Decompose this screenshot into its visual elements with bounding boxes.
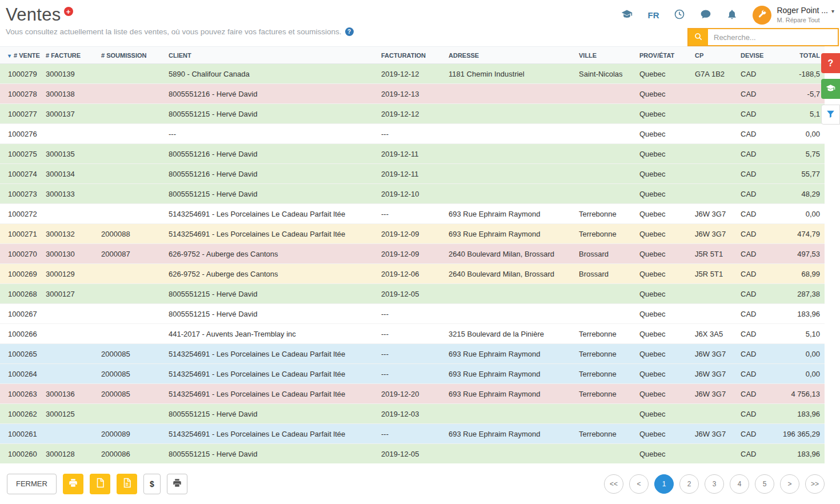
cell-adresse: 3215 Boulevard de la Pinière: [444, 324, 574, 344]
column-header-facturation[interactable]: FACTURATION: [377, 47, 444, 64]
cell-prov: Quebec: [635, 244, 690, 264]
cell-prov: Quebec: [635, 384, 690, 404]
cell-soumission: [97, 164, 164, 184]
academy-button[interactable]: [621, 9, 633, 22]
pagination-current-page[interactable]: 1: [654, 474, 674, 494]
table-row[interactable]: 1000263300013620000855143254691 - Les Po…: [0, 384, 825, 404]
cell-soumission: [97, 184, 164, 204]
column-header-client[interactable]: CLIENT: [164, 47, 377, 64]
cell-ville: Saint-Nicolas: [574, 64, 635, 84]
cell-devise: CAD: [736, 204, 776, 224]
quote-pdf-button[interactable]: [117, 474, 137, 494]
pagination-button[interactable]: 4: [730, 474, 749, 494]
cell-devise: CAD: [736, 424, 776, 444]
pagination: <<<12345>>>: [604, 474, 825, 494]
cell-soumission: 2000089: [97, 424, 164, 444]
cell-facturation: ---: [377, 204, 444, 224]
search-input[interactable]: [708, 29, 838, 45]
support-button[interactable]: ?: [821, 53, 840, 73]
table-row[interactable]: 10002725143254691 - Les Porcelaines Le C…: [0, 204, 825, 224]
history-button[interactable]: [674, 9, 685, 22]
table-row[interactable]: 1000276------QuebecCAD0,00: [0, 124, 825, 144]
table-row[interactable]: 100027430001348005551216 - Hervé David20…: [0, 164, 825, 184]
pagination-button[interactable]: 5: [755, 474, 774, 494]
print-button[interactable]: [63, 474, 83, 494]
column-header-total[interactable]: TOTAL: [776, 47, 825, 64]
pagination-button[interactable]: 3: [705, 474, 724, 494]
table-row[interactable]: 1000260300012820000868005551215 - Hervé …: [0, 444, 825, 464]
cell-client: 626-9752 - Auberge des Cantons: [164, 244, 377, 264]
table-row[interactable]: 100026520000855143254691 - Les Porcelain…: [0, 344, 825, 364]
print-list-button[interactable]: [167, 474, 187, 494]
pagination-button[interactable]: >>: [805, 474, 825, 494]
add-sale-button[interactable]: +: [64, 7, 73, 16]
cell-facturation: ---: [377, 324, 444, 344]
help-icon[interactable]: ?: [345, 27, 354, 36]
cell-facturation: ---: [377, 344, 444, 364]
cell-cp: [690, 164, 736, 184]
filter-button[interactable]: [821, 105, 840, 125]
payment-button[interactable]: $: [143, 474, 161, 494]
column-header-soumission[interactable]: # SOUMISSION: [97, 47, 164, 64]
pagination-button[interactable]: <<: [604, 474, 623, 494]
cell-total: 0,00: [776, 344, 825, 364]
cell-prov: Quebec: [635, 64, 690, 84]
cell-facturation: 2019-12-03: [377, 404, 444, 424]
column-header-adresse[interactable]: ADRESSE: [444, 47, 574, 64]
column-header-cp[interactable]: CP: [690, 47, 736, 64]
cell-soumission: 2000086: [97, 444, 164, 464]
cell-total: 497,53: [776, 244, 825, 264]
column-header-vente[interactable]: ▾# VENTE: [0, 47, 41, 64]
table-row[interactable]: 100027930001395890 - Chalifour Canada201…: [0, 64, 825, 84]
pagination-button[interactable]: 2: [679, 474, 699, 494]
clock-icon: [674, 9, 685, 22]
user-name: Roger Point ...▾: [777, 6, 834, 15]
cell-adresse: 693 Rue Ephraim Raymond: [444, 204, 574, 224]
search-button[interactable]: [689, 29, 708, 45]
language-button[interactable]: FR: [647, 10, 659, 20]
table-row[interactable]: 1000266441-2017 - Auvents Jean-Tremblay …: [0, 324, 825, 344]
table-row[interactable]: 100027330001338005551215 - Hervé David20…: [0, 184, 825, 204]
table-row[interactable]: 100027730001378005551215 - Hervé David20…: [0, 104, 825, 124]
cell-facturation: 2019-12-09: [377, 224, 444, 244]
cell-soumission: [97, 144, 164, 164]
table-row[interactable]: 10002693000129626-9752 - Auberge des Can…: [0, 264, 825, 284]
cell-devise: CAD: [736, 124, 776, 144]
cell-ville: [574, 104, 635, 124]
cell-prov: Quebec: [635, 404, 690, 424]
table-row[interactable]: 100027830001388005551216 - Hervé David20…: [0, 84, 825, 104]
table-row[interactable]: 100027530001358005551216 - Hervé David20…: [0, 144, 825, 164]
table-row[interactable]: 100027030001302000087626-9752 - Auberge …: [0, 244, 825, 264]
table-row[interactable]: 100026420000855143254691 - Les Porcelain…: [0, 364, 825, 384]
ventes-page: Ventes + Vous consultez actuellement la …: [0, 0, 840, 504]
column-header-ville[interactable]: VILLE: [574, 47, 635, 64]
user-menu[interactable]: Roger Point ...▾ M. Répare Tout: [753, 6, 834, 25]
cell-client: 5890 - Chalifour Canada: [164, 64, 377, 84]
cell-adresse: 2640 Boulevard Milan, Brossard: [444, 244, 574, 264]
invoice-pdf-button[interactable]: [90, 474, 110, 494]
table-row[interactable]: 100026830001278005551215 - Hervé David20…: [0, 284, 825, 304]
pagination-button[interactable]: >: [780, 474, 799, 494]
cell-facturation: 2019-12-13: [377, 84, 444, 104]
notifications-button[interactable]: [726, 9, 738, 22]
column-header-devise[interactable]: DEVISE: [736, 47, 776, 64]
cell-facture: 3000138: [41, 84, 97, 104]
messages-button[interactable]: [700, 9, 711, 22]
cell-devise: CAD: [736, 304, 776, 324]
close-button[interactable]: FERMER: [7, 474, 57, 494]
cell-facture: 3000137: [41, 104, 97, 124]
column-header-facture[interactable]: # FACTURE: [41, 47, 97, 64]
cell-total: 196 365,29: [776, 424, 825, 444]
cell-total: 183,96: [776, 404, 825, 424]
column-header-prov[interactable]: PROV/ÉTAT: [635, 47, 690, 64]
table-row[interactable]: 10002678005551215 - Hervé David---Quebec…: [0, 304, 825, 324]
tutorial-button[interactable]: [821, 79, 840, 99]
cell-total: 474,79: [776, 224, 825, 244]
table-row[interactable]: 1000271300013220000885143254691 - Les Po…: [0, 224, 825, 244]
pagination-button[interactable]: <: [629, 474, 649, 494]
cell-client: 626-9752 - Auberge des Cantons: [164, 264, 377, 284]
table-row[interactable]: 100026230001258005551215 - Hervé David20…: [0, 404, 825, 424]
cell-adresse: 693 Rue Ephraim Raymond: [444, 344, 574, 364]
cell-facture: [41, 344, 97, 364]
table-row[interactable]: 100026120000895143254691 - Les Porcelain…: [0, 424, 825, 444]
